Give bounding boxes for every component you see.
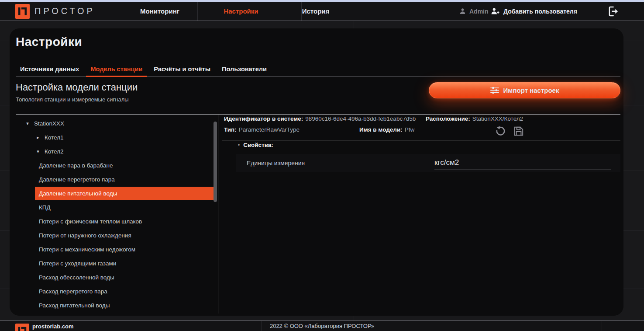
- tree-item-label: Давление перегретого пара: [39, 176, 115, 183]
- units-input[interactable]: [434, 156, 611, 170]
- bullet-icon: •: [238, 142, 240, 148]
- section-subtitle: Топология станции и измеряемые сигналы: [16, 96, 129, 103]
- settings-panel: Настройки Источники данных Модель станци…: [10, 28, 623, 316]
- property-row: Единицы измерения: [236, 154, 620, 172]
- page-title: Настройки: [16, 35, 82, 49]
- current-user-name: Admin: [469, 8, 489, 15]
- header: ПРОСТОР Мониторинг Настройки История Adm…: [0, 2, 644, 21]
- location-label: Расположение:: [426, 115, 470, 122]
- nav-item-monitoring[interactable]: Мониторинг: [131, 2, 188, 21]
- nav-item-label: Мониторинг: [140, 7, 179, 15]
- add-user-label: Добавить пользователя: [503, 8, 577, 15]
- tree-item-label: Давление питательной воды: [39, 190, 117, 197]
- undo-button[interactable]: [495, 125, 506, 137]
- tab-calculations-reports[interactable]: Расчёты и отчёты: [153, 62, 211, 76]
- user-icon: [459, 7, 466, 15]
- system-id-field: Идентификатор в системе:98960c16-6de4-49…: [224, 115, 416, 122]
- units-label: Единицы измерения: [247, 160, 305, 167]
- system-id-label: Идентификатор в системе:: [224, 115, 303, 122]
- location-value: StationXXX/Котел2: [472, 115, 523, 122]
- column-divider: [218, 115, 218, 314]
- tree-item-label: Котел1: [45, 134, 64, 141]
- tree-item-signal[interactable]: Давление перегретого пара: [35, 172, 214, 186]
- tab-station-model[interactable]: Модель станции: [90, 62, 143, 76]
- tree-item-signal[interactable]: Потери с уходящими газами: [35, 256, 214, 270]
- tab-label: Расчёты и отчёты: [154, 66, 210, 73]
- system-id-value: 98960c16-6de4-496a-b3dd-feb1eabc7d5b: [305, 115, 416, 122]
- tree-item-signal[interactable]: Расход питательной воды: [35, 298, 214, 312]
- import-settings-button[interactable]: Импорт настроек: [429, 82, 620, 98]
- model-name-label: Имя в модели:: [359, 126, 403, 133]
- add-user-button[interactable]: Добавить пользователя: [491, 2, 577, 21]
- brand-logo[interactable]: ПРОСТОР: [15, 3, 95, 19]
- tab-label: Источники данных: [20, 66, 79, 73]
- brand-logo-icon: [15, 4, 30, 19]
- tree-item-signal[interactable]: Расход перегретого пара: [35, 284, 214, 298]
- sliders-icon: [490, 87, 499, 94]
- save-icon: [513, 125, 524, 137]
- add-user-icon: [491, 7, 500, 15]
- footer: prostorlab.com 2022 © ООО «Лаборатория П…: [0, 321, 644, 331]
- tree-item-node[interactable]: ▾Котел2: [16, 144, 214, 158]
- caret-down-icon[interactable]: ▾: [24, 121, 31, 126]
- logout-icon: [607, 5, 619, 17]
- nav-item-settings[interactable]: Настройки: [215, 2, 267, 21]
- top-accent-strip: [0, 0, 644, 2]
- divider: [222, 140, 620, 140]
- tree-item-label: Давление пара в барабане: [39, 162, 113, 169]
- type-label: Тип:: [224, 126, 237, 133]
- tree-item-node[interactable]: ▸Котел1: [16, 130, 214, 144]
- tree-item-signal[interactable]: Давление пара в барабане: [35, 158, 214, 172]
- settings-tabs: Источники данных Модель станции Расчёты …: [16, 62, 620, 77]
- nav-item-label: Настройки: [224, 7, 258, 15]
- tree-item-signal[interactable]: Потери с механическим недожогом: [35, 242, 214, 256]
- logout-button[interactable]: [607, 5, 619, 17]
- tree-item-label: StationXXX: [34, 120, 64, 127]
- tree-item-label: КПД: [39, 204, 51, 211]
- tree-item-label: Потери с механическим недожогом: [39, 246, 135, 253]
- tree-item-signal[interactable]: Расход обессоленной воды: [35, 270, 214, 284]
- section-title: Настройка модели станции: [16, 82, 138, 93]
- tab-label: Пользователи: [222, 66, 267, 73]
- tree-item-label: Расход питательной воды: [39, 302, 110, 309]
- caret-down-icon[interactable]: ▾: [35, 149, 41, 154]
- current-user[interactable]: Admin: [459, 2, 489, 21]
- properties-label: Свойства:: [243, 142, 273, 148]
- tree-item-label: Расход перегретого пара: [39, 288, 107, 295]
- type-value: ParameterRawVarType: [239, 126, 300, 133]
- caret-right-icon[interactable]: ▸: [35, 135, 41, 140]
- location-field: Расположение:StationXXX/Котел2: [426, 115, 523, 122]
- app: { "header": { "brand": "ПРОСТОР", "nav":…: [0, 0, 644, 331]
- tab-users[interactable]: Пользователи: [221, 62, 268, 76]
- nav-divider: [301, 2, 302, 21]
- type-field: Тип:ParameterRawVarType: [224, 126, 300, 133]
- signal-tree: ▾StationXXX▸Котел1▾Котел2Давление пара в…: [16, 115, 214, 312]
- nav-item-label: История: [302, 7, 330, 15]
- save-button[interactable]: [513, 125, 524, 137]
- import-settings-label: Импорт настроек: [503, 87, 559, 94]
- tree-item-label: Котел2: [45, 148, 64, 155]
- tree-item-signal[interactable]: КПД: [35, 200, 214, 214]
- properties-header: • Свойства:: [238, 142, 273, 148]
- model-name-field: Имя в модели:Pfw: [359, 126, 414, 133]
- brand-name: ПРОСТОР: [34, 6, 95, 16]
- footer-copyright: 2022 © ООО «Лаборатория ПРОСТОР»: [0, 321, 644, 331]
- tab-label: Модель станции: [90, 66, 142, 73]
- tree-item-signal[interactable]: Потери с физическим теплом шлаков: [35, 214, 214, 228]
- undo-icon: [495, 125, 506, 137]
- nav-item-history[interactable]: История: [289, 2, 342, 21]
- tree-item-label: Потери от наружного охлаждения: [39, 232, 131, 239]
- tree-item-signal[interactable]: Потери от наружного охлаждения: [35, 228, 214, 242]
- tab-data-sources[interactable]: Источники данных: [19, 62, 80, 76]
- tree-item-label: Расход обессоленной воды: [39, 274, 114, 281]
- tree-item-label: Потери с физическим теплом шлаков: [39, 218, 142, 225]
- tree-scrollbar[interactable]: [214, 122, 217, 202]
- tree-item-station[interactable]: ▾StationXXX: [16, 116, 214, 130]
- model-name-value: Pfw: [405, 126, 415, 133]
- tree-item-signal[interactable]: Давление питательной воды: [35, 187, 214, 200]
- nav-divider: [197, 2, 198, 21]
- tree-item-label: Потери с уходящими газами: [39, 260, 116, 267]
